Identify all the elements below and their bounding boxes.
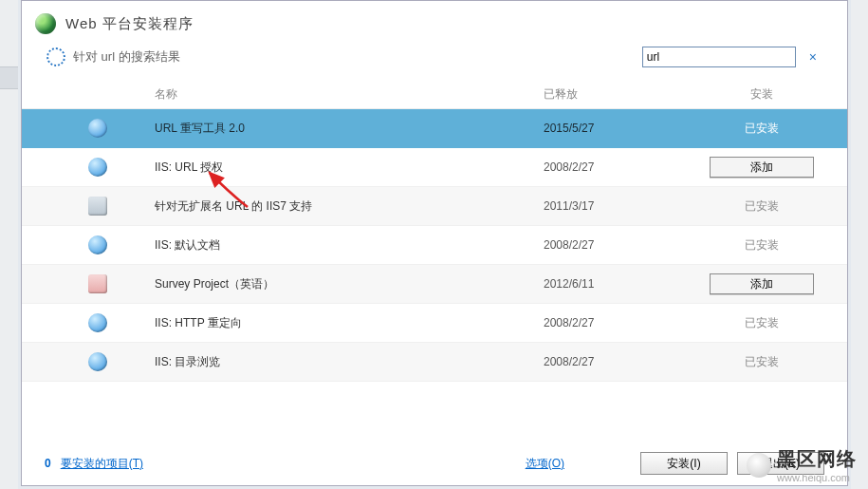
package-name: Survey Project（英语） (155, 276, 544, 292)
footer-bar: 0 要安装的项目(T) 选项(O) 安装(I) 退出(E) (22, 447, 847, 480)
column-headers: 名称 已释放 安装 (22, 79, 847, 108)
col-name: 名称 (155, 86, 544, 103)
gear-icon (46, 47, 65, 66)
result-row[interactable]: IIS: 目录浏览2008/2/27已安装 (22, 343, 847, 382)
package-name: IIS: 目录浏览 (155, 354, 544, 370)
col-released: 已释放 (544, 86, 695, 103)
package-icon (88, 313, 107, 332)
result-row[interactable]: Survey Project（英语）2012/6/11添加 (22, 265, 847, 304)
installed-label: 已安装 (745, 315, 779, 331)
clear-search-icon[interactable]: × (803, 49, 822, 65)
col-install: 安装 (695, 86, 828, 103)
package-name: URL 重写工具 2.0 (155, 121, 544, 137)
result-row[interactable]: 针对无扩展名 URL 的 IIS7 支持2011/3/17已安装 (22, 187, 847, 226)
results-list: URL 重写工具 2.02015/5/27已安装IIS: URL 授权2008/… (22, 108, 847, 382)
package-icon (88, 274, 107, 293)
release-date: 2015/5/27 (544, 122, 695, 135)
installer-window: Web 平台安装程序 针对 url 的搜索结果 × 名称 已释放 安装 URL … (21, 0, 848, 486)
package-icon (88, 235, 107, 254)
pending-items-link[interactable]: 要安装的项目(T) (61, 456, 143, 472)
installed-label: 已安装 (745, 354, 779, 370)
add-button[interactable]: 添加 (710, 157, 814, 178)
pending-count: 0 (45, 457, 51, 470)
installed-label: 已安装 (745, 237, 779, 254)
package-name: IIS: URL 授权 (155, 160, 544, 176)
titlebar: Web 平台安装程序 (22, 1, 847, 47)
exit-button[interactable]: 退出(E) (737, 452, 824, 475)
install-button[interactable]: 安装(I) (640, 452, 728, 475)
add-button[interactable]: 添加 (710, 273, 814, 294)
package-icon (88, 352, 107, 371)
package-icon (88, 158, 107, 177)
result-row[interactable]: IIS: 默认文档2008/2/27已安装 (22, 226, 847, 265)
options-link[interactable]: 选项(O) (526, 456, 564, 472)
installed-label: 已安装 (745, 198, 779, 215)
globe-icon (35, 13, 56, 34)
package-icon (88, 197, 107, 216)
release-date: 2008/2/27 (544, 238, 695, 252)
package-name: IIS: HTTP 重定向 (155, 315, 544, 331)
release-date: 2011/3/17 (544, 199, 695, 213)
search-bar: 针对 url 的搜索结果 × (22, 47, 847, 79)
result-row[interactable]: URL 重写工具 2.02015/5/27已安装 (22, 109, 847, 148)
package-name: IIS: 默认文档 (155, 237, 544, 254)
release-date: 2012/6/11 (544, 277, 695, 291)
package-name: 针对无扩展名 URL 的 IIS7 支持 (155, 198, 544, 215)
window-title: Web 平台安装程序 (65, 15, 194, 33)
search-input[interactable] (642, 47, 796, 67)
search-results-label: 针对 url 的搜索结果 (73, 48, 180, 66)
result-row[interactable]: IIS: URL 授权2008/2/27添加 (22, 148, 847, 187)
release-date: 2008/2/27 (544, 316, 695, 329)
package-icon (88, 119, 107, 138)
installed-label: 已安装 (745, 121, 779, 137)
result-row[interactable]: IIS: HTTP 重定向2008/2/27已安装 (22, 304, 847, 343)
release-date: 2008/2/27 (544, 355, 695, 368)
release-date: 2008/2/27 (544, 160, 695, 174)
